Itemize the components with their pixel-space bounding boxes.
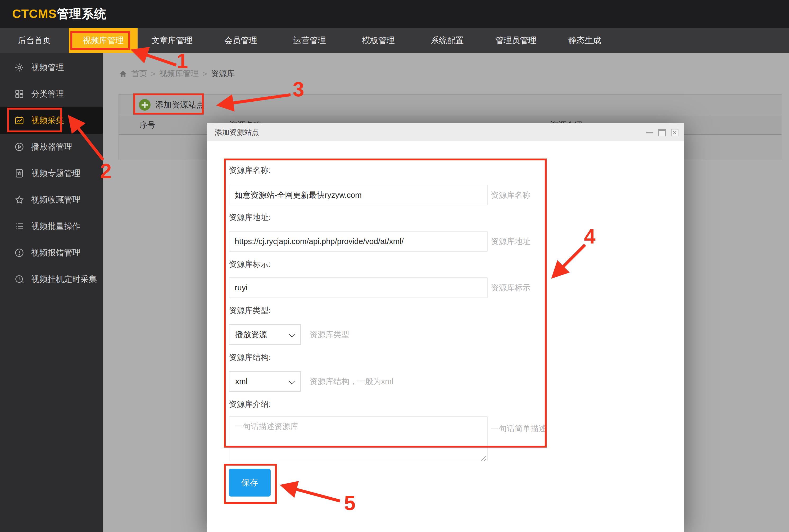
sidebar-item-favorites-manage[interactable]: 视频收藏管理 — [0, 187, 103, 213]
field-label-resource-name: 资源库名称: — [229, 165, 271, 176]
nav-tab-admins[interactable]: 管理员管理 — [482, 28, 550, 53]
resource-structure-value: xml — [235, 372, 248, 391]
add-resource-site-modal: 添加资源站点 资源库名称: 资源库名称 资源库地址: 资源库地址 资源库标示: … — [207, 123, 684, 532]
resource-intro-textarea[interactable] — [229, 416, 488, 461]
sidebar-item-batch-operations[interactable]: 视频批量操作 — [0, 213, 103, 240]
sidebar-item-video-collect[interactable]: 视频采集 — [0, 107, 103, 134]
main-nav: 后台首页 视频库管理 文章库管理 会员管理 运营管理 模板管理 系统配置 管理员… — [0, 28, 789, 53]
sidebar-item-label: 视频挂机定时采集 — [31, 274, 97, 285]
resource-url-input[interactable] — [229, 231, 488, 252]
add-resource-site-label: 添加资源站点 — [155, 99, 205, 110]
hint-resource-flag: 资源库标示 — [491, 282, 531, 293]
sidebar-item-video-manage[interactable]: 视频管理 — [0, 54, 103, 81]
breadcrumb-current: 资源库 — [211, 68, 235, 79]
field-label-resource-intro: 资源库介绍: — [229, 399, 271, 410]
modal-titlebar: 添加资源站点 — [207, 123, 684, 141]
breadcrumb-separator: > — [151, 69, 156, 78]
hint-resource-structure: 资源库结构，一般为xml — [310, 376, 393, 387]
nav-tab-operations[interactable]: 运营管理 — [275, 28, 344, 53]
hint-resource-name: 资源库名称 — [491, 190, 531, 201]
hint-resource-url: 资源库地址 — [491, 236, 531, 247]
gear-icon — [14, 62, 24, 73]
nav-tab-static-gen[interactable]: 静态生成 — [550, 28, 619, 53]
resource-flag-input[interactable] — [229, 278, 488, 298]
sidebar-item-timed-collect[interactable]: ON 视频挂机定时采集 — [0, 266, 103, 292]
timer-icon: ON — [14, 274, 24, 284]
breadcrumb-home[interactable]: 首页 — [131, 68, 147, 79]
logo-brand: CTCMS — [12, 7, 57, 21]
minimize-icon[interactable] — [646, 132, 653, 133]
sidebar-item-label: 视频报错管理 — [31, 247, 80, 258]
save-button[interactable]: 保存 — [229, 469, 271, 496]
breadcrumb-separator: > — [203, 69, 208, 78]
nav-tab-home[interactable]: 后台首页 — [0, 28, 69, 53]
sidebar-item-label: 视频专题管理 — [31, 168, 80, 179]
nav-tab-system-config[interactable]: 系统配置 — [413, 28, 482, 53]
close-icon[interactable] — [671, 129, 678, 136]
nav-tab-templates[interactable]: 模板管理 — [344, 28, 413, 53]
sidebar-item-label: 视频管理 — [31, 62, 64, 73]
topic-icon — [14, 168, 24, 178]
add-resource-site-button[interactable]: 添加资源站点 — [139, 94, 205, 115]
sidebar: 视频管理 分类管理 视频采集 播放器管理 视频专题管理 视频收藏管理 视频批量操… — [0, 53, 103, 532]
list-icon — [14, 221, 24, 231]
field-label-resource-flag: 资源库标示: — [229, 259, 271, 270]
table-toolbar-row: 添加资源站点 — [119, 94, 782, 115]
grid-icon — [14, 89, 24, 99]
alert-icon — [14, 248, 24, 258]
top-bar: CTCMS管理系统 — [0, 0, 789, 28]
sidebar-item-category-manage[interactable]: 分类管理 — [0, 81, 103, 107]
breadcrumb: 首页 > 视频库管理 > 资源库 — [118, 68, 235, 79]
plus-icon — [139, 99, 151, 111]
resource-type-select[interactable]: 播放资源 — [229, 324, 301, 345]
sidebar-item-label: 播放器管理 — [31, 141, 72, 152]
sidebar-item-label: 视频采集 — [31, 115, 64, 126]
nav-tab-article-library[interactable]: 文章库管理 — [138, 28, 206, 53]
screen: CTCMS管理系统 后台首页 视频库管理 文章库管理 会员管理 运营管理 模板管… — [0, 0, 789, 532]
resource-type-value: 播放资源 — [235, 325, 267, 344]
sidebar-item-player-manage[interactable]: 播放器管理 — [0, 134, 103, 160]
star-icon — [14, 195, 24, 205]
field-label-resource-structure: 资源库结构: — [229, 352, 271, 363]
resource-structure-select[interactable]: xml — [229, 371, 301, 392]
breadcrumb-video-library[interactable]: 视频库管理 — [159, 68, 199, 79]
home-icon — [118, 70, 128, 78]
svg-text:ON: ON — [20, 281, 24, 284]
column-header-index: 序号 — [139, 115, 155, 135]
hint-resource-intro: 一句话简单描述 — [491, 423, 546, 434]
sidebar-item-error-manage[interactable]: 视频报错管理 — [0, 240, 103, 266]
player-icon — [14, 142, 24, 152]
field-label-resource-url: 资源库地址: — [229, 212, 271, 223]
app-logo: CTCMS管理系统 — [12, 6, 107, 22]
resource-name-input[interactable] — [229, 185, 488, 205]
sidebar-item-label: 分类管理 — [31, 89, 64, 99]
hint-resource-type: 资源库类型 — [310, 329, 349, 340]
collect-icon — [14, 115, 24, 126]
sidebar-item-label: 视频收藏管理 — [31, 194, 80, 205]
modal-title: 添加资源站点 — [215, 123, 259, 141]
nav-tab-video-library[interactable]: 视频库管理 — [69, 28, 138, 53]
nav-tab-members[interactable]: 会员管理 — [206, 28, 275, 53]
sidebar-item-topic-manage[interactable]: 视频专题管理 — [0, 160, 103, 187]
logo-suffix: 管理系统 — [57, 7, 107, 21]
sidebar-item-label: 视频批量操作 — [31, 221, 80, 232]
maximize-icon[interactable] — [658, 129, 666, 136]
field-label-resource-type: 资源库类型: — [229, 305, 271, 316]
